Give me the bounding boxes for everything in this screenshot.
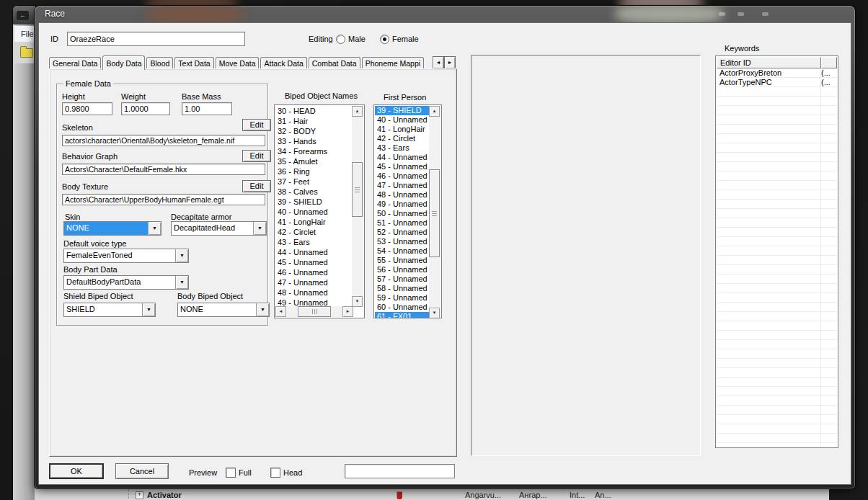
- chevron-down-icon[interactable]: ▼: [175, 276, 188, 289]
- list-item[interactable]: 43 - Ears: [375, 143, 430, 153]
- tab-body-data[interactable]: Body Data: [102, 55, 145, 70]
- list-item[interactable]: 58 - Unnamed: [375, 284, 430, 293]
- list-item[interactable]: 48 - Unnamed: [375, 190, 430, 200]
- dialog-titlebar[interactable]: Race: [35, 6, 855, 23]
- male-radio[interactable]: [336, 35, 345, 44]
- close-button[interactable]: [762, 12, 769, 16]
- list-item[interactable]: 43 - Ears: [275, 237, 353, 247]
- folder-open-icon[interactable]: [20, 48, 33, 58]
- skin-combobox[interactable]: NONE ▼: [63, 221, 161, 236]
- first-person-list[interactable]: 39 - SHIELD40 - Unnamed41 - LongHair42 -…: [373, 104, 442, 318]
- list-item[interactable]: 45 - Unnamed: [275, 257, 353, 267]
- biped-object-names-list[interactable]: 30 - HEAD31 - Hair32 - BODY33 - Hands34 …: [274, 104, 365, 318]
- list-item[interactable]: 34 - Forearms: [275, 146, 353, 156]
- list-item[interactable]: 31 - Hair: [275, 116, 353, 126]
- scrollbar-thumb[interactable]: [298, 306, 331, 317]
- list-item[interactable]: 44 - Unnamed: [275, 247, 353, 257]
- cancel-button[interactable]: Cancel: [115, 463, 169, 479]
- list-item[interactable]: 50 - Unnamed: [375, 209, 430, 218]
- tab-phoneme-mappi[interactable]: Phoneme Mappi: [362, 57, 424, 69]
- height-input[interactable]: [62, 102, 112, 115]
- body-biped-combobox[interactable]: NONE ▼: [177, 303, 270, 317]
- voice-type-combobox[interactable]: FemaleEvenToned ▼: [63, 249, 189, 263]
- list-item[interactable]: 61 - FX01: [375, 312, 430, 318]
- chevron-down-icon[interactable]: ▼: [253, 222, 266, 235]
- body-part-data-combobox[interactable]: DefaultBodyPartData ▼: [63, 275, 189, 290]
- list-item[interactable]: 52 - Unnamed: [375, 228, 430, 237]
- list-item[interactable]: 46 - Unnamed: [375, 171, 430, 181]
- minimize-button[interactable]: [719, 12, 725, 16]
- horizontal-scrollbar[interactable]: ◄ ►: [275, 306, 353, 317]
- scrollbar-thumb[interactable]: [352, 162, 363, 217]
- scroll-up-icon[interactable]: ▲: [429, 106, 440, 117]
- extra-column-header[interactable]: [821, 57, 837, 68]
- head-checkbox[interactable]: [270, 468, 280, 478]
- tree-expand-icon[interactable]: +: [136, 491, 143, 499]
- scroll-down-icon[interactable]: ▼: [352, 296, 363, 307]
- list-item[interactable]: 51 - Unnamed: [375, 218, 430, 228]
- tab-general-data[interactable]: General Data: [49, 57, 101, 69]
- list-item[interactable]: 37 - Feet: [275, 177, 353, 187]
- list-item[interactable]: 45 - Unnamed: [375, 162, 430, 171]
- list-item[interactable]: 56 - Unnamed: [375, 265, 430, 274]
- list-item[interactable]: 41 - LongHair: [275, 217, 353, 227]
- list-item[interactable]: 32 - BODY: [275, 126, 353, 136]
- list-item[interactable]: 60 - Unnamed: [375, 303, 430, 312]
- list-item[interactable]: 57 - Unnamed: [375, 274, 430, 284]
- list-item[interactable]: 42 - Circlet: [275, 227, 353, 237]
- tab-text-data[interactable]: Text Data: [174, 57, 213, 69]
- tree-item-activator[interactable]: Activator: [147, 491, 182, 499]
- scroll-up-icon[interactable]: ▲: [352, 106, 363, 117]
- scrollbar-thumb[interactable]: [429, 169, 440, 257]
- scroll-down-icon[interactable]: ▼: [429, 308, 440, 318]
- list-item[interactable]: 40 - Unnamed: [375, 115, 430, 125]
- behavior-path-field[interactable]: Actors\Character\DefaultFemale.hkx: [62, 164, 265, 175]
- scroll-right-icon[interactable]: ►: [342, 306, 353, 317]
- list-item[interactable]: 46 - Unnamed: [275, 267, 353, 277]
- list-item[interactable]: 53 - Unnamed: [375, 237, 430, 246]
- keywords-list[interactable]: Editor ID ActorProxyBreton(...ActorTypeN…: [715, 55, 838, 448]
- list-item[interactable]: 54 - Unnamed: [375, 246, 430, 256]
- list-item[interactable]: 59 - Unnamed: [375, 293, 430, 303]
- body-texture-path-field[interactable]: Actors\Character\UpperBodyHumanFemale.eg…: [62, 194, 265, 205]
- scroll-left-icon[interactable]: ◄: [275, 306, 286, 317]
- list-item[interactable]: 40 - Unnamed: [275, 207, 353, 217]
- list-item[interactable]: 39 - SHIELD: [275, 197, 353, 207]
- list-item[interactable]: 35 - Amulet: [275, 156, 353, 166]
- tab-move-data[interactable]: Move Data: [216, 57, 260, 69]
- keyword-row[interactable]: ActorTypeNPC(...: [717, 78, 837, 87]
- tab-scroll-left-icon[interactable]: ◄: [433, 56, 444, 69]
- weight-input[interactable]: [121, 102, 170, 115]
- tab-scroll-right-icon[interactable]: ►: [444, 56, 456, 69]
- list-item[interactable]: 49 - Unnamed: [375, 200, 430, 209]
- maximize-button[interactable]: [738, 12, 744, 16]
- full-checkbox-label[interactable]: Full: [239, 468, 252, 477]
- list-item[interactable]: 44 - Unnamed: [375, 153, 430, 162]
- chevron-down-icon[interactable]: ▼: [256, 303, 269, 316]
- head-checkbox-label[interactable]: Head: [283, 468, 302, 477]
- keyword-row[interactable]: ActorProxyBreton(...: [717, 68, 837, 78]
- body-texture-edit-button[interactable]: Edit: [242, 180, 271, 192]
- female-radio-label[interactable]: Female: [392, 35, 419, 43]
- list-item[interactable]: 33 - Hands: [275, 136, 353, 146]
- list-item[interactable]: 41 - LongHair: [375, 125, 430, 134]
- ok-button[interactable]: OK: [49, 463, 104, 479]
- chevron-down-icon[interactable]: ▼: [148, 222, 161, 235]
- shield-biped-combobox[interactable]: SHIELD ▼: [63, 303, 156, 317]
- tab-attack-data[interactable]: Attack Data: [260, 57, 306, 69]
- list-item[interactable]: 38 - Calves: [275, 187, 353, 197]
- decapitate-armor-combobox[interactable]: DecapitatedHead ▼: [171, 221, 267, 236]
- id-input[interactable]: [67, 32, 245, 46]
- tab-combat-data[interactable]: Combat Data: [309, 57, 360, 69]
- skeleton-path-field[interactable]: actors\character\Oriental\Body\skeleton_…: [62, 135, 265, 146]
- full-checkbox[interactable]: [226, 468, 236, 478]
- skeleton-edit-button[interactable]: Edit: [242, 119, 271, 131]
- list-item[interactable]: 42 - Circlet: [375, 134, 430, 143]
- list-item[interactable]: 48 - Unnamed: [275, 287, 353, 298]
- chevron-down-icon[interactable]: ▼: [142, 303, 155, 316]
- list-item[interactable]: 55 - Unnamed: [375, 256, 430, 265]
- list-item[interactable]: 36 - Ring: [275, 166, 353, 177]
- preview-text-field[interactable]: [345, 464, 455, 478]
- list-item[interactable]: 49 - Unnamed: [275, 298, 353, 306]
- tab-blood[interactable]: Blood: [146, 57, 173, 69]
